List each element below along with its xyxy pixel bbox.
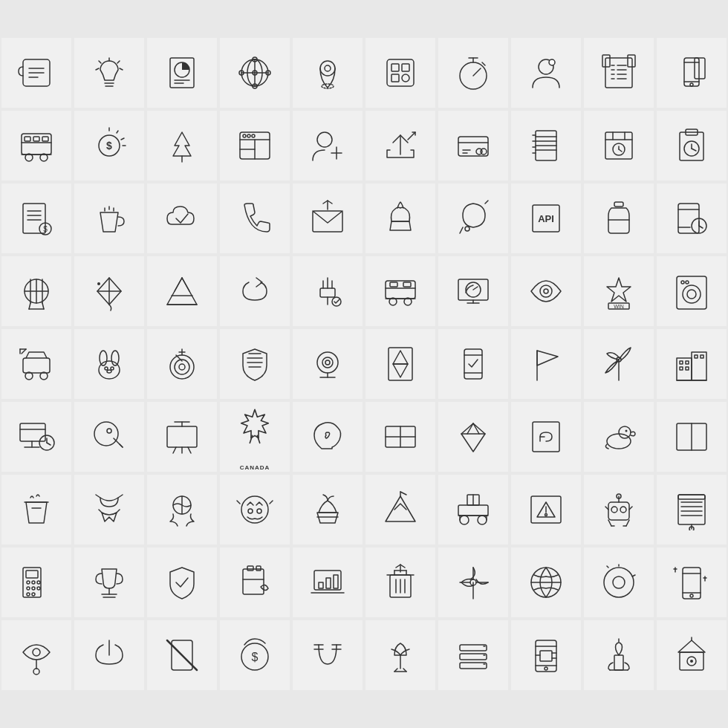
svg-point-121 [465, 227, 469, 231]
svg-point-25 [325, 65, 331, 71]
icon-cell-flag [511, 329, 581, 399]
svg-point-185 [170, 355, 194, 379]
pin-icon [307, 52, 348, 94]
icon-cell-browser [220, 111, 290, 181]
icon-cell-music [438, 183, 508, 253]
windmill-icon [452, 562, 494, 603]
icon-cell-checklist [584, 38, 654, 108]
clipboard-timer-icon [671, 125, 712, 166]
svg-line-9 [99, 61, 101, 63]
svg-point-306 [32, 593, 35, 596]
plug-icon [307, 270, 348, 312]
icon-cell-grill [1, 256, 71, 326]
svg-point-268 [478, 516, 487, 524]
trash-icon [380, 562, 421, 603]
svg-point-75 [247, 134, 250, 137]
report-icon [161, 52, 203, 94]
svg-rect-298 [26, 571, 38, 578]
coffee-cup-icon [16, 489, 57, 530]
mobile-icon [671, 52, 712, 94]
svg-point-31 [402, 74, 409, 82]
icon-cell-lightbulb [74, 38, 144, 108]
icon-cell-windmill [438, 547, 508, 617]
icon-cell-coffee [74, 183, 144, 253]
svg-rect-124 [614, 202, 623, 207]
mobile-check-icon [452, 343, 494, 385]
svg-point-299 [27, 581, 30, 584]
phone-circuit-icon [525, 634, 567, 676]
svg-rect-215 [686, 367, 689, 370]
icon-cell-money-coin: $ [220, 620, 290, 690]
invoice-icon: $ [16, 198, 57, 239]
icon-cell-person [511, 38, 581, 108]
svg-point-171 [681, 281, 684, 284]
svg-rect-364 [460, 645, 487, 651]
svg-point-196 [322, 357, 333, 368]
icon-cell-wind-turbine [584, 329, 654, 399]
svg-rect-209 [677, 358, 692, 380]
icon-cell-eye [511, 256, 581, 326]
svg-text:$: $ [43, 225, 48, 233]
svg-rect-216 [695, 355, 698, 358]
svg-rect-157 [403, 282, 411, 287]
icon-cell-monster [220, 475, 290, 545]
kite-icon [88, 270, 130, 312]
calculator-icon [16, 562, 57, 603]
svg-text:$: $ [252, 651, 259, 663]
icon-cell-car-repair [1, 329, 71, 399]
birdhouse-icon [671, 634, 712, 676]
svg-line-35 [473, 68, 481, 76]
svg-rect-203 [464, 349, 482, 379]
icon-cell-phone-circuit [511, 620, 581, 690]
svg-rect-213 [686, 361, 689, 364]
icon-cell-magnet [293, 620, 363, 690]
split-view-icon [380, 416, 421, 458]
icon-cell-train [365, 256, 435, 326]
svg-marker-200 [393, 351, 408, 364]
schedule-icon [598, 125, 640, 166]
window-panel-icon [671, 416, 712, 458]
svg-rect-54 [695, 58, 705, 79]
svg-rect-214 [680, 367, 683, 370]
svg-rect-217 [701, 355, 703, 358]
svg-point-195 [317, 352, 338, 373]
mind-icon [307, 416, 348, 458]
robot-icon [598, 489, 640, 530]
icon-cell-redo [220, 256, 290, 326]
icon-cell-washing-machine [657, 256, 727, 326]
upload-icon [380, 125, 421, 166]
train-icon [380, 270, 421, 312]
pyramid-icon [161, 270, 203, 312]
icon-cell-split-view [365, 402, 435, 472]
svg-point-183 [111, 367, 114, 370]
svg-line-255 [117, 510, 120, 513]
trophy-icon [88, 562, 130, 603]
tablet-clock-icon [671, 198, 712, 239]
svg-point-77 [317, 132, 332, 147]
shield-icon [234, 343, 276, 385]
svg-marker-240 [461, 423, 485, 452]
icon-cell-report [147, 38, 217, 108]
icon-cell-rabbit [74, 329, 144, 399]
icon-cell-robot [584, 475, 654, 545]
icon-cell-target [147, 329, 217, 399]
icon-cell-tablet-clock [657, 183, 727, 253]
plant-stand-icon [380, 634, 421, 676]
icon-cell-mobile-sparkle [657, 547, 727, 617]
svg-point-304 [37, 587, 40, 590]
icon-cell-cupcake [365, 183, 435, 253]
eye-icon [525, 270, 567, 312]
icon-cell-globe-hands [147, 475, 217, 545]
icon-cell-duck [584, 402, 654, 472]
svg-point-305 [27, 593, 30, 596]
doc-refresh-icon [525, 416, 567, 458]
svg-rect-311 [247, 566, 253, 571]
svg-point-163 [540, 285, 552, 297]
icon-cell-speaker [365, 38, 435, 108]
icon-cell-laptop-chart [293, 547, 363, 617]
donut-icon [598, 562, 640, 603]
svg-line-261 [237, 501, 240, 504]
svg-rect-218 [20, 423, 45, 441]
svg-rect-318 [334, 575, 338, 588]
icon-cell-conveyor [438, 475, 508, 545]
